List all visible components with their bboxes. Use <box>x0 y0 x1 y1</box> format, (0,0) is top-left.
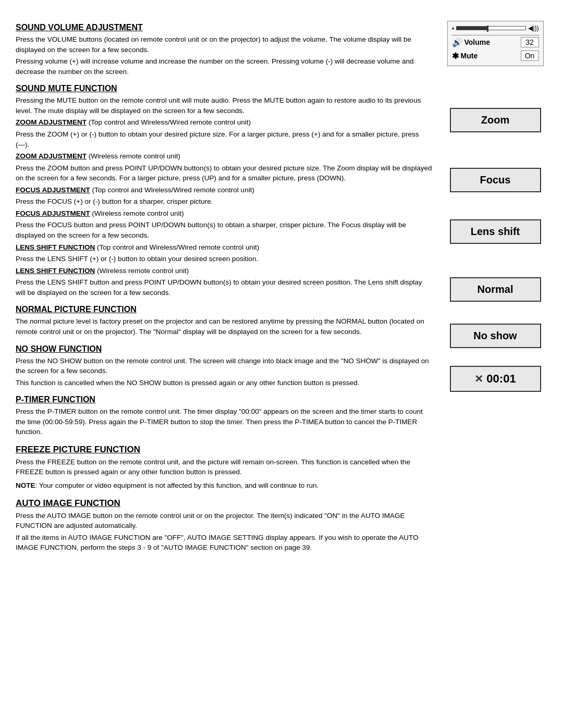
ptimer-para1: Press the P-TIMER button on the remote c… <box>16 406 433 437</box>
sound-volume-para1: Press the VOLUME buttons (located on rem… <box>16 34 433 55</box>
section-sound-mute: SOUND MUTE FUNCTION Pressing the MUTE bu… <box>16 84 433 116</box>
focus-wireless-title-bold: FOCUS ADJUSTMENT <box>16 209 90 217</box>
zoom-top-heading: ZOOM ADJUSTMENT (Top control and Wireles… <box>16 117 433 128</box>
lens-shift-wireless-title-normal: (Wireless remote control unit) <box>95 267 189 275</box>
zoom-display-box: Zoom <box>450 108 541 132</box>
section-title-no-show: NO SHOW FUNCTION <box>16 344 433 354</box>
freeze-para1: Press the FREEZE button on the remote co… <box>16 457 433 477</box>
bullet-icon: ● <box>452 26 455 31</box>
lens-shift-display-box: Lens shift <box>450 219 541 244</box>
volume-widget: ● ◀))) 🔊 Volume 32 ✱ Mute On <box>447 21 544 66</box>
normal-display-box: Normal <box>450 277 541 302</box>
freeze-note: NOTE: Your computer or video equipment i… <box>16 480 433 491</box>
sound-volume-para2: Pressing volume (+) will increase volume… <box>16 56 433 77</box>
focus-top-heading: FOCUS ADJUSTMENT (Top control and Wirele… <box>16 185 433 195</box>
section-focus-top: FOCUS ADJUSTMENT (Top control and Wirele… <box>16 185 433 207</box>
mute-icon: ✱ <box>452 51 459 61</box>
focus-top-title-bold: FOCUS ADJUSTMENT <box>16 186 90 194</box>
section-title-ptimer: P-TIMER FUNCTION <box>16 395 433 404</box>
ptimer-x-icon: ✕ <box>474 373 483 385</box>
section-title-sound-volume: SOUND VOLUME ADJUSTMENT <box>16 23 433 32</box>
focus-wireless-title-normal: (Wireless remote control unit) <box>90 209 184 217</box>
volume-speaker-icon: 🔊 <box>452 38 462 47</box>
section-ptimer: P-TIMER FUNCTION Press the P-TIMER butto… <box>16 395 433 437</box>
section-auto-image: AUTO IMAGE FUNCTION Press the AUTO IMAGE… <box>16 498 433 553</box>
sound-mute-para1: Pressing the MUTE button on the remote c… <box>16 95 433 116</box>
focus-display-box: Focus <box>450 168 541 192</box>
main-content: SOUND VOLUME ADJUSTMENT Press the VOLUME… <box>16 16 443 554</box>
section-zoom-top: ZOOM ADJUSTMENT (Top control and Wireles… <box>16 117 433 150</box>
volume-slider-track <box>456 26 525 30</box>
volume-label-text: Volume <box>464 38 491 46</box>
auto-image-para2: If all the items in AUTO IMAGE FUNCTION … <box>16 533 433 553</box>
volume-label-group: 🔊 Volume <box>452 38 521 47</box>
sidebar: ● ◀))) 🔊 Volume 32 ✱ Mute On <box>443 16 547 554</box>
focus-wireless-heading: FOCUS ADJUSTMENT (Wireless remote contro… <box>16 208 433 219</box>
zoom-wireless-heading: ZOOM ADJUSTMENT (Wireless remote control… <box>16 151 433 162</box>
zoom-wireless-title-bold: ZOOM ADJUSTMENT <box>16 152 87 160</box>
lens-shift-top-title-bold: LENS SHIFT FUNCTION <box>16 243 95 251</box>
section-lens-shift-wireless: LENS SHIFT FUNCTION (Wireless remote con… <box>16 266 433 298</box>
focus-top-para1: Press the FOCUS (+) or (-) button for a … <box>16 196 433 207</box>
lens-shift-wireless-para1: Press the LENS SHIFT button and press PO… <box>16 277 433 298</box>
section-sound-volume: SOUND VOLUME ADJUSTMENT Press the VOLUME… <box>16 23 433 77</box>
ptimer-time: 00:01 <box>486 372 516 386</box>
section-title-freeze: FREEZE PICTURE FUNCTION <box>16 445 433 455</box>
no-show-para2: This function is cancelled when the NO S… <box>16 378 433 388</box>
focus-top-title-normal: (Top control and Wireless/Wired remote c… <box>90 186 254 194</box>
zoom-wireless-title-normal: (Wireless remote control unit) <box>87 152 180 160</box>
volume-row: 🔊 Volume 32 <box>452 35 539 49</box>
volume-value: 32 <box>521 37 539 47</box>
volume-slider-thumb <box>487 26 488 32</box>
no-show-display-box: No show <box>450 324 541 348</box>
lens-shift-top-para1: Press the LENS SHIFT (+) or (-) button t… <box>16 254 433 264</box>
lens-shift-top-heading: LENS SHIFT FUNCTION (Top control and Wir… <box>16 242 433 253</box>
mute-label-group: ✱ Mute <box>452 51 521 61</box>
zoom-top-title-normal: (Top control and Wireless/Wired remote c… <box>87 118 251 126</box>
section-no-show: NO SHOW FUNCTION Press the NO SHOW butto… <box>16 344 433 388</box>
lens-shift-wireless-title-bold: LENS SHIFT FUNCTION <box>16 267 95 275</box>
sound-arrow-icon: ◀))) <box>528 24 539 32</box>
mute-value: On <box>521 51 539 61</box>
lens-shift-top-title-normal: (Top control and Wireless/Wired remote c… <box>95 243 259 251</box>
section-zoom-wireless: ZOOM ADJUSTMENT (Wireless remote control… <box>16 151 433 183</box>
zoom-wireless-para1: Press the ZOOM button and press POINT UP… <box>16 163 433 183</box>
zoom-top-para1: Press the ZOOM (+) or (-) button to obta… <box>16 129 433 150</box>
zoom-top-title-bold: ZOOM ADJUSTMENT <box>16 118 87 126</box>
volume-slider-row: ● ◀))) <box>452 24 539 32</box>
focus-wireless-para1: Press the FOCUS button and press POINT U… <box>16 220 433 240</box>
ptimer-display-box: ✕ 00:01 <box>450 366 541 392</box>
mute-row: ✱ Mute On <box>452 49 539 63</box>
section-freeze: FREEZE PICTURE FUNCTION Press the FREEZE… <box>16 445 433 491</box>
auto-image-para1: Press the AUTO IMAGE button on the remot… <box>16 511 433 531</box>
page-layout: SOUND VOLUME ADJUSTMENT Press the VOLUME… <box>16 16 547 554</box>
normal-picture-para1: The normal picture level is factory pres… <box>16 316 433 337</box>
section-lens-shift-top: LENS SHIFT FUNCTION (Top control and Wir… <box>16 242 433 264</box>
volume-slider-fill <box>457 27 487 30</box>
mute-label-text: Mute <box>461 52 478 60</box>
section-normal-picture: NORMAL PICTURE FUNCTION The normal pictu… <box>16 305 433 337</box>
section-title-auto-image: AUTO IMAGE FUNCTION <box>16 498 433 509</box>
section-focus-wireless: FOCUS ADJUSTMENT (Wireless remote contro… <box>16 208 433 241</box>
no-show-para1: Press the NO SHOW button on the remote c… <box>16 356 433 376</box>
freeze-note-text: : Your computer or video equipment is no… <box>35 482 319 489</box>
section-title-normal-picture: NORMAL PICTURE FUNCTION <box>16 305 433 314</box>
freeze-note-label: NOTE <box>16 482 35 489</box>
section-title-sound-mute: SOUND MUTE FUNCTION <box>16 84 433 93</box>
lens-shift-wireless-heading: LENS SHIFT FUNCTION (Wireless remote con… <box>16 266 433 276</box>
